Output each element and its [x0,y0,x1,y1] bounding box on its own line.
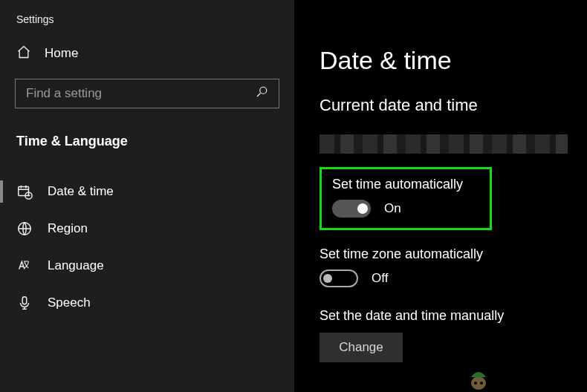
language-icon [16,258,33,274]
toggle-set-time-auto-state: On [384,201,401,216]
search-icon [255,85,268,102]
home-label: Home [45,46,78,61]
home-button[interactable]: Home [0,39,294,70]
label-set-manual: Set the date and time manually [320,308,587,324]
sidebar-item-language[interactable]: Language [0,247,294,284]
section-current-datetime: Current date and time [320,96,587,115]
svg-point-6 [474,382,477,385]
svg-point-0 [260,87,267,94]
sidebar-item-speech[interactable]: Speech [0,284,294,321]
svg-point-7 [480,382,483,385]
svg-rect-4 [22,297,27,304]
sidebar-item-date-time[interactable]: Date & time [0,173,294,210]
label-set-tz-auto: Set time zone automatically [320,246,587,262]
nav-list: Date & time Region Language Speech [0,173,294,321]
svg-rect-1 [19,187,29,196]
mascot-decoration [464,362,493,392]
main-panel: Date & time Current date and time Set ti… [294,0,587,392]
search-placeholder: Find a setting [26,86,102,101]
toggle-set-tz-auto[interactable] [320,270,358,287]
label-set-time-auto: Set time automatically [332,177,479,192]
search-input[interactable]: Find a setting [15,79,279,108]
current-datetime-value-obscured [320,134,568,154]
change-button-label: Change [339,340,383,355]
category-label: Time & Language [0,108,294,154]
sidebar-item-label: Speech [48,295,91,310]
home-icon [16,45,31,62]
sidebar-item-label: Region [48,221,88,236]
toggle-set-tz-auto-state: Off [372,271,388,286]
calendar-clock-icon [16,183,33,200]
window-title: Settings [0,9,294,39]
page-title: Date & time [320,46,587,75]
toggle-set-time-auto[interactable] [332,200,371,218]
change-button[interactable]: Change [320,333,403,362]
sidebar-item-label: Date & time [48,184,114,199]
sidebar: Settings Home Find a setting Time & Lang… [0,0,294,392]
microphone-icon [16,295,33,311]
sidebar-item-region[interactable]: Region [0,210,294,247]
sidebar-item-label: Language [48,258,104,273]
svg-point-5 [471,376,486,390]
annotation-highlight-box: Set time automatically On [320,167,492,230]
globe-icon [16,220,33,237]
